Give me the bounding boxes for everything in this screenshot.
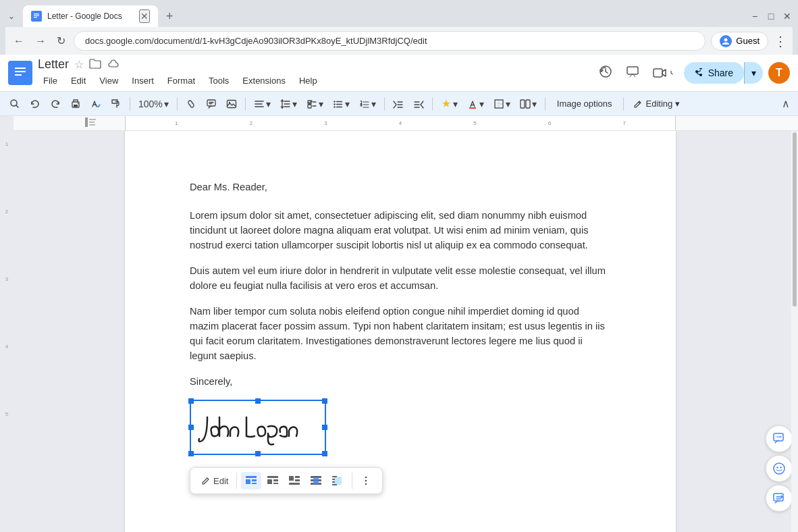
bullet-list-button[interactable]: ▾ xyxy=(329,96,354,112)
comments-button[interactable] xyxy=(622,61,643,86)
signature-image[interactable]: .sig { stroke: #222; stroke-width: 2.5; … xyxy=(190,400,326,455)
editing-mode-button[interactable]: Editing ▾ xyxy=(628,96,685,111)
maximize-button[interactable]: □ xyxy=(766,11,776,22)
border-color-button[interactable]: ▾ xyxy=(489,96,514,112)
handle-mid-right[interactable] xyxy=(322,425,327,430)
handle-bottom-right[interactable] xyxy=(322,451,327,456)
document-scroll-area[interactable]: Dear Ms. Reader, Lorem ipsum dolor sit a… xyxy=(14,131,798,532)
add-emoji-float-button[interactable] xyxy=(766,455,793,482)
svg-rect-0 xyxy=(32,11,41,21)
menu-extensions[interactable]: Extensions xyxy=(237,73,291,88)
minimize-button[interactable]: − xyxy=(749,11,760,22)
tab-list-button[interactable]: ⌄ xyxy=(5,9,18,24)
vertical-scrollbar[interactable] xyxy=(791,131,798,532)
checklist-button[interactable]: ▾ xyxy=(302,96,327,112)
handle-top-right[interactable] xyxy=(322,398,327,404)
handle-bottom-left[interactable] xyxy=(188,451,194,456)
image-edit-button[interactable]: Edit xyxy=(197,473,232,489)
svg-rect-1 xyxy=(34,14,39,14)
wrap-behind-button[interactable] xyxy=(327,472,348,489)
share-button[interactable]: Share xyxy=(684,62,744,84)
document-title[interactable]: Letter xyxy=(38,57,69,72)
add-comment-float-button[interactable] xyxy=(766,425,793,452)
menu-edit[interactable]: Edit xyxy=(65,73,91,88)
insert-image-button[interactable] xyxy=(222,96,241,112)
spellcheck-button[interactable] xyxy=(86,96,105,112)
signature-selected-area[interactable]: .sig { stroke: #222; stroke-width: 2.5; … xyxy=(190,400,383,494)
wrap-in-front-button[interactable] xyxy=(306,472,326,489)
docs-tab-icon xyxy=(31,11,42,22)
ruler-mark-5: 5 xyxy=(5,412,8,417)
svg-rect-51 xyxy=(332,481,335,483)
move-to-folder-button[interactable] xyxy=(89,58,101,72)
menu-insert[interactable]: Insert xyxy=(126,73,159,88)
video-call-button[interactable] xyxy=(649,64,679,82)
back-button[interactable]: ← xyxy=(11,32,27,50)
highlight-color-button[interactable]: ▾ xyxy=(437,96,462,112)
image-more-options-button[interactable] xyxy=(356,473,375,489)
reload-button[interactable]: ↻ xyxy=(54,32,68,50)
history-button[interactable] xyxy=(595,61,616,86)
new-tab-button[interactable]: + xyxy=(161,7,179,26)
scrollbar-thumb[interactable] xyxy=(793,132,797,307)
floating-actions xyxy=(766,425,793,512)
right-margin xyxy=(676,131,798,532)
redo-button[interactable] xyxy=(46,96,65,112)
svg-rect-26 xyxy=(521,100,525,108)
undo-button[interactable] xyxy=(26,96,45,112)
print-button[interactable] xyxy=(66,96,85,112)
window-close-button[interactable]: ✕ xyxy=(782,11,793,22)
column-layout-button[interactable]: ▾ xyxy=(516,96,541,112)
menu-view[interactable]: View xyxy=(94,73,124,88)
handle-top-left[interactable] xyxy=(188,398,194,404)
svg-point-55 xyxy=(365,483,367,485)
format-paint-button[interactable] xyxy=(107,96,126,112)
doc-paragraph-3: Nam liber tempor cum soluta nobis eleife… xyxy=(190,304,611,363)
tab-close-button[interactable]: ✕ xyxy=(139,9,150,23)
menu-tools[interactable]: Tools xyxy=(203,73,234,88)
user-avatar[interactable]: T xyxy=(768,62,790,84)
outline-toggle[interactable] xyxy=(85,117,96,130)
decrease-indent-button[interactable] xyxy=(389,96,408,112)
image-options-button[interactable]: Image options xyxy=(550,95,620,112)
forward-button[interactable]: → xyxy=(32,32,49,50)
handle-top-mid[interactable] xyxy=(255,398,261,404)
search-button[interactable] xyxy=(5,96,24,112)
handle-mid-left[interactable] xyxy=(188,425,194,430)
tab-title: Letter - Google Docs xyxy=(47,11,134,21)
address-bar[interactable]: docs.google.com/document/d/1-kvH3gCdjeAo… xyxy=(74,31,706,51)
ruler-mark-4: 4 xyxy=(5,344,8,350)
editing-label: Editing xyxy=(645,99,672,109)
wrap-text-button[interactable] xyxy=(284,472,304,489)
wrap-inline-button[interactable] xyxy=(241,472,261,489)
collapse-toolbar-button[interactable]: ∧ xyxy=(779,95,793,113)
handle-bottom-mid[interactable] xyxy=(255,451,261,456)
zoom-button[interactable]: 100% ▾ xyxy=(134,96,173,112)
docs-header: Letter ☆ File Edit View Insert Format To… xyxy=(0,55,798,92)
text-align-button[interactable]: ▾ xyxy=(250,96,275,112)
docs-toolbar: 100% ▾ ▾ ▾ ▾ ▾ xyxy=(0,92,798,116)
browser-chrome: ⌄ Letter - Google Docs ✕ + − □ ✕ ← → ↻ d… xyxy=(0,0,798,55)
docs-menu-bar: File Edit View Insert Format Tools Exten… xyxy=(38,73,589,88)
share-dropdown-button[interactable]: ▾ xyxy=(744,62,763,84)
menu-format[interactable]: Format xyxy=(162,73,201,88)
wrap-break-left-button[interactable] xyxy=(263,472,283,489)
star-button[interactable]: ☆ xyxy=(74,58,84,71)
active-tab[interactable]: Letter - Google Docs ✕ xyxy=(23,5,158,27)
line-spacing-button[interactable]: ▾ xyxy=(276,96,301,112)
insert-link-button[interactable] xyxy=(182,96,201,112)
text-color-button[interactable]: ▾ xyxy=(463,96,488,112)
url-text: docs.google.com/document/d/1-kvH3gCdjeAo… xyxy=(85,36,427,46)
insert-comment-button[interactable] xyxy=(202,96,221,112)
profile-button[interactable]: Guest xyxy=(711,32,768,51)
image-toolbar-divider-1 xyxy=(236,473,237,489)
add-suggestion-float-button[interactable] xyxy=(766,485,793,512)
increase-indent-button[interactable] xyxy=(409,96,428,112)
menu-file[interactable]: File xyxy=(38,73,63,88)
toolbar-divider-4 xyxy=(384,97,385,111)
numbered-list-button[interactable]: ▾ xyxy=(355,96,380,112)
zoom-value: 100% xyxy=(138,99,163,109)
svg-rect-28 xyxy=(85,117,88,127)
browser-more-button[interactable]: ⋮ xyxy=(774,33,787,49)
menu-help[interactable]: Help xyxy=(294,73,323,88)
